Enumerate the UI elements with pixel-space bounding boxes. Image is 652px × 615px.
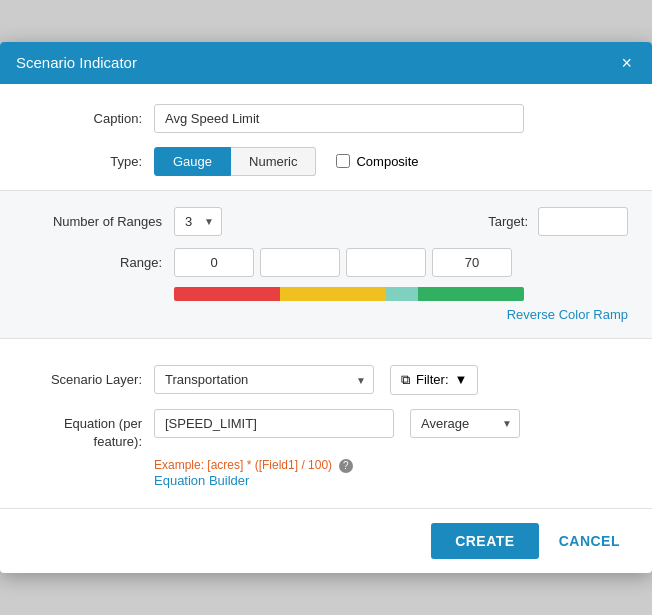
range-input-1[interactable]: [260, 248, 340, 277]
scenario-layer-select-wrapper: Transportation ▼: [154, 365, 374, 394]
caption-row: Caption:: [24, 104, 628, 133]
cancel-button[interactable]: CANCEL: [547, 523, 632, 559]
filter-dropdown-arrow-icon: ▼: [455, 372, 468, 387]
type-row: Type: Gauge Numeric Composite: [24, 147, 628, 176]
type-toggle-group: Gauge Numeric: [154, 147, 316, 176]
type-label: Type:: [24, 154, 154, 169]
composite-checkbox[interactable]: [336, 154, 350, 168]
dialog-body: Caption: Type: Gauge Numeric Composite N…: [0, 84, 652, 508]
range-input-0[interactable]: [174, 248, 254, 277]
scenario-layer-select[interactable]: Transportation: [154, 365, 374, 394]
number-of-ranges-select-wrapper: 1 2 3 4 5 ▼: [174, 207, 222, 236]
scenario-layer-row: Scenario Layer: Transportation ▼ ⧉ Filte…: [24, 365, 628, 395]
reverse-color-ramp-link[interactable]: Reverse Color Ramp: [507, 307, 628, 322]
ramp-red-segment: [174, 287, 280, 301]
range-input-2[interactable]: [346, 248, 426, 277]
aggregate-select[interactable]: Average Sum Min Max Count: [410, 409, 520, 438]
ranges-section: Number of Ranges 1 2 3 4 5 ▼ Target: Ran…: [0, 190, 652, 339]
number-of-ranges-select[interactable]: 1 2 3 4 5: [174, 207, 222, 236]
equation-builder-link[interactable]: Equation Builder: [154, 473, 628, 488]
equation-row: Equation (per feature): Average Sum Min …: [24, 409, 628, 451]
color-ramp-bar: [174, 287, 524, 301]
target-input[interactable]: [538, 207, 628, 236]
composite-group: Composite: [336, 154, 418, 169]
range-input-3[interactable]: [432, 248, 512, 277]
dialog-title: Scenario Indicator: [16, 54, 137, 71]
filter-icon: ⧉: [401, 372, 410, 388]
gauge-button[interactable]: Gauge: [154, 147, 231, 176]
scenario-indicator-dialog: Scenario Indicator × Caption: Type: Gaug…: [0, 42, 652, 573]
composite-label: Composite: [356, 154, 418, 169]
filter-button[interactable]: ⧉ Filter: ▼: [390, 365, 478, 395]
equation-label: Equation (per feature):: [24, 409, 154, 451]
aggregate-select-wrapper: Average Sum Min Max Count ▼: [410, 409, 520, 438]
target-label: Target:: [488, 214, 538, 229]
ramp-yellow-segment: [280, 287, 386, 301]
equation-hints: Example: [acres] * ([Field1] / 100) ? Eq…: [154, 457, 628, 488]
range-inputs-group: [174, 248, 512, 277]
range-inputs-row: Range:: [24, 248, 628, 277]
number-of-ranges-row: Number of Ranges 1 2 3 4 5 ▼ Target:: [24, 207, 628, 236]
create-button[interactable]: CREATE: [431, 523, 539, 559]
help-icon[interactable]: ?: [339, 459, 353, 473]
dialog-header: Scenario Indicator ×: [0, 42, 652, 84]
close-button[interactable]: ×: [617, 54, 636, 72]
example-text-row: Example: [acres] * ([Field1] / 100) ?: [154, 457, 628, 473]
equation-input[interactable]: [154, 409, 394, 438]
number-of-ranges-label: Number of Ranges: [24, 214, 174, 229]
filter-label: Filter:: [416, 372, 449, 387]
scenario-section: Scenario Layer: Transportation ▼ ⧉ Filte…: [24, 355, 628, 488]
reverse-color-ramp-row: Reverse Color Ramp: [24, 307, 628, 322]
caption-label: Caption:: [24, 111, 154, 126]
ramp-cyan-segment: [386, 287, 418, 301]
scenario-layer-label: Scenario Layer:: [24, 372, 154, 387]
numeric-button[interactable]: Numeric: [231, 147, 316, 176]
ramp-green-segment: [418, 287, 524, 301]
example-text: Example: [acres] * ([Field1] / 100): [154, 458, 332, 472]
caption-input[interactable]: [154, 104, 524, 133]
color-ramp-bar-row: [174, 287, 628, 301]
range-label: Range:: [24, 255, 174, 270]
dialog-footer: CREATE CANCEL: [0, 508, 652, 573]
